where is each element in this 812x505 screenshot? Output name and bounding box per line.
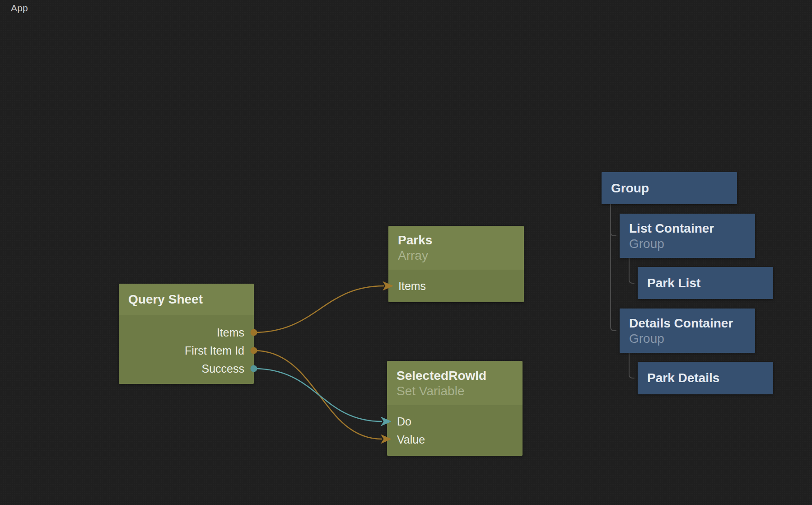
output-port-first-item-id[interactable]: First Item Id: [119, 341, 254, 360]
node-title: Group: [611, 181, 737, 196]
node-type-label: Set Variable: [397, 383, 523, 398]
node-title: Query Sheet: [128, 292, 254, 307]
node-editor-canvas[interactable]: App Query Sheet Items First Item Id Succ…: [0, 0, 812, 505]
node-body: Do Value: [387, 405, 523, 456]
node-type-label: Group: [629, 236, 755, 251]
output-port-items[interactable]: Items: [119, 323, 254, 341]
node-title: SelectedRowId: [397, 368, 523, 383]
node-header: List Container Group: [620, 214, 755, 258]
node-header: Park List: [638, 267, 773, 299]
output-port-dot-first-item-id[interactable]: [251, 347, 257, 354]
node-query-sheet[interactable]: Query Sheet Items First Item Id Success: [119, 284, 254, 384]
node-selected-row-id[interactable]: SelectedRowId Set Variable Do Value: [387, 361, 523, 456]
node-park-list[interactable]: Park List: [638, 267, 773, 299]
node-header: Parks Array: [388, 226, 524, 270]
tree-connector-line: [629, 258, 634, 283]
output-port-dot-success[interactable]: [251, 365, 257, 372]
tree-connector-line: [611, 232, 616, 236]
node-group[interactable]: Group: [602, 172, 737, 204]
node-title: Park List: [647, 276, 773, 291]
input-port-value[interactable]: Value: [387, 430, 523, 449]
input-port-items[interactable]: Items: [388, 277, 524, 295]
node-title: Parks: [398, 233, 524, 248]
output-port-dot-items[interactable]: [251, 329, 257, 336]
node-parks[interactable]: Parks Array Items: [388, 226, 524, 302]
node-type-label: Group: [629, 331, 755, 346]
input-port-do[interactable]: Do: [387, 412, 523, 430]
node-park-details[interactable]: Park Details: [638, 362, 773, 394]
tree-connector-line: [611, 204, 616, 331]
node-type-label: Array: [398, 248, 524, 263]
node-list-container[interactable]: List Container Group: [620, 214, 755, 258]
output-port-success[interactable]: Success: [119, 360, 254, 378]
node-header: Details Container Group: [620, 309, 755, 353]
connection-wire-items-to-parks[interactable]: [254, 286, 384, 332]
tree-connector-line: [629, 353, 634, 378]
node-title: Details Container: [629, 316, 755, 331]
node-title: Park Details: [647, 370, 773, 386]
node-title: List Container: [629, 221, 755, 236]
node-header: Query Sheet: [119, 284, 254, 315]
breadcrumb-app[interactable]: App: [11, 3, 28, 14]
node-body: Items: [388, 270, 524, 302]
node-header: SelectedRowId Set Variable: [387, 361, 523, 405]
node-header: Park Details: [638, 362, 773, 394]
connection-wire-success-to-do[interactable]: [254, 369, 382, 421]
node-header: Group: [602, 172, 737, 204]
node-body: Items First Item Id Success: [119, 315, 254, 384]
node-details-container[interactable]: Details Container Group: [620, 309, 755, 353]
